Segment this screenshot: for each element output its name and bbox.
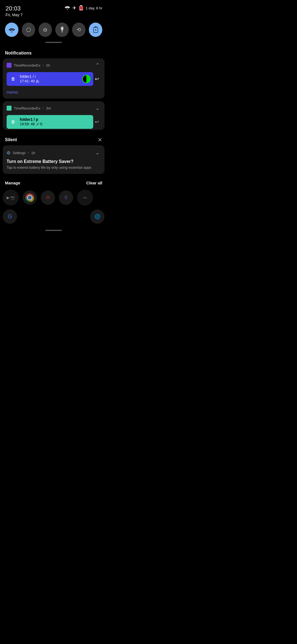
silent-label: Silent — [5, 137, 17, 142]
battery-icon — [79, 5, 84, 11]
notif2-delete[interactable]: 🗑 — [9, 119, 17, 125]
app-row-1: ▶ 📷 ✉ 🎙 ●● — [3, 190, 105, 206]
notification-card-1: TimeRecorderEx • 2h ⌃ 🗑 folder1 / i 17:4… — [3, 58, 105, 99]
notif2-subtitle: 19:59: 48 メモ — [20, 122, 90, 127]
qs-bluetooth[interactable]: ⬠ — [22, 23, 35, 37]
svg-rect-4 — [80, 9, 82, 10]
notif2-app-info: TimeRecorderEx • 3m — [7, 106, 51, 111]
notif1-dot: • — [43, 63, 44, 67]
svg-text:G: G — [8, 213, 12, 219]
notif1-app-icon — [7, 63, 12, 68]
app-grid: ▶ 📷 ✉ 🎙 ●● G — [0, 188, 107, 227]
settings-notif-desc: Tap to extend battery life by only using… — [7, 165, 101, 170]
qs-flashlight[interactable] — [55, 23, 69, 37]
settings-notification[interactable]: ⚙ Settings • 1h ⌄ Turn on Extreme Batter… — [3, 145, 105, 174]
bottom-action-bar: Manage Clear all — [0, 177, 107, 188]
notif1-title: folder1 / i — [20, 74, 79, 79]
notif1-bar[interactable]: 🗑 folder1 / i 17:41: 40 あ — [7, 72, 93, 86]
notif2-app-icon — [7, 106, 12, 111]
silent-section-header: Silent ✕ — [0, 133, 107, 145]
svg-rect-11 — [95, 26, 97, 27]
qs-battery-saver[interactable]: + — [89, 23, 102, 37]
battery-text: 1 day, 8 hr — [86, 6, 102, 10]
notif2-text: folder1 / p 19:59: 48 メモ — [20, 117, 90, 127]
svg-rect-2 — [80, 5, 82, 6]
app-icon-gmail: ✉ — [41, 190, 55, 205]
nav-handle — [0, 227, 107, 233]
notif2-title: folder1 / p — [20, 117, 90, 122]
clear-all-button[interactable]: Clear all — [86, 181, 102, 185]
qs-rotation[interactable]: ⟲ — [72, 23, 86, 37]
status-date: Fri, May 7 — [0, 12, 107, 20]
svg-text:+: + — [95, 28, 97, 32]
svg-marker-7 — [61, 28, 64, 30]
notif2-reply[interactable]: ↩ — [93, 118, 101, 125]
handle-bar — [45, 42, 62, 43]
quick-settings-row: ⬠ ⊖ ⟲ + — [0, 20, 107, 42]
settings-time: 1h — [31, 151, 35, 155]
notif1-app-info: TimeRecorderEx • 2h — [7, 63, 50, 68]
settings-chevron[interactable]: ⌄ — [94, 149, 101, 157]
notif1-delete[interactable]: 🗑 — [9, 76, 17, 82]
notifications-header: Notifications — [0, 46, 107, 58]
app-icon-misc: 🌐 — [90, 209, 105, 224]
app-icon-chrome — [23, 190, 37, 205]
gear-icon: ⚙ — [7, 150, 10, 155]
settings-app-name: Settings — [13, 151, 26, 155]
settings-dot: • — [28, 151, 29, 155]
app-icon-google: G G — [3, 209, 17, 224]
notif2-dot: • — [43, 106, 44, 110]
notif1-chevron[interactable]: ⌃ — [94, 61, 101, 69]
notif2-bar[interactable]: 🗑 folder1 / p 19:59: 48 メモ — [7, 115, 93, 129]
notif1-app-name: TimeRecorderEx — [14, 63, 40, 67]
status-time: 20:03 — [6, 5, 21, 12]
svg-rect-6 — [61, 27, 63, 28]
settings-notif-title: Turn on Extreme Battery Saver? — [7, 159, 101, 164]
app-row-2: G G 🌐 — [3, 207, 105, 224]
wifi-icon — [65, 5, 70, 11]
notif2-chevron[interactable]: ⌄ — [94, 104, 101, 112]
notification-card-2: TimeRecorderEx • 3m ⌄ 🗑 folder1 / p 19:5… — [3, 101, 105, 130]
notif1-time: 2h — [46, 63, 50, 67]
manage-button[interactable]: Manage — [5, 181, 20, 185]
notif1-memo-link[interactable]: memo — [7, 90, 18, 94]
notif2-time: 3m — [46, 106, 51, 110]
airplane-icon: ✈ — [72, 5, 76, 11]
app-icon-podcasts: 🎙 — [59, 190, 73, 205]
svg-point-5 — [11, 31, 12, 32]
notif1-reply[interactable]: ↩ — [93, 75, 101, 83]
notif1-text: folder1 / i 17:41: 40 あ — [20, 74, 79, 84]
svg-point-14 — [28, 196, 31, 199]
silent-close-btn[interactable]: ✕ — [98, 137, 102, 143]
notif1-right-icons — [82, 75, 90, 83]
svg-point-0 — [67, 9, 68, 9]
half-circle-icon — [82, 75, 90, 83]
svg-rect-8 — [62, 30, 62, 32]
settings-app-info: ⚙ Settings • 1h — [7, 150, 35, 155]
notif2-app-name: TimeRecorderEx — [14, 106, 40, 110]
qs-wifi[interactable] — [5, 23, 18, 37]
notif1-subtitle: 17:41: 40 あ — [20, 79, 79, 84]
notif1-memo-area: memo — [3, 87, 105, 99]
qs-dnd[interactable]: ⊖ — [38, 23, 52, 37]
